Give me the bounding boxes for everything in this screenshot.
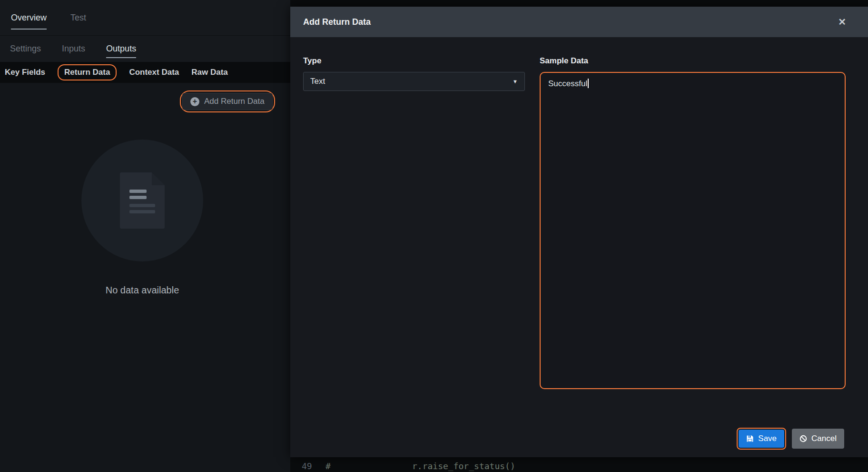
cancel-button[interactable]: Cancel [792,429,844,449]
primary-tab-bar: Overview Test [0,0,290,35]
code-comment-marker: # [326,461,331,471]
highlight-ring-save: Save [737,428,786,450]
text-cursor [588,79,589,88]
sample-data-label: Sample Data [540,56,846,66]
subtab-key-fields[interactable]: Key Fields [5,68,45,77]
chevron-down-icon: ▼ [513,79,518,84]
empty-state-circle [81,140,203,261]
type-select[interactable]: Text ▼ [303,72,525,91]
secondary-tab-bar: Settings Inputs Outputs [0,35,290,62]
app-root: Overview Test Settings Inputs Outputs Ke… [0,0,868,472]
type-label: Type [303,56,525,66]
left-panel: Overview Test Settings Inputs Outputs Ke… [0,0,290,472]
type-field: Type Text ▼ [303,56,525,457]
tab-test[interactable]: Test [70,0,86,35]
code-editor-line: 49 # r.raise_for_status() [290,457,868,472]
add-return-data-label: Add Return Data [204,97,265,106]
save-button[interactable]: Save [739,430,784,448]
empty-state-text: No data available [0,285,285,296]
sample-data-field: Sample Data Successful [540,56,846,457]
tab-inputs[interactable]: Inputs [62,36,85,62]
save-label: Save [758,434,777,443]
highlight-ring-add-button: + Add Return Data [180,90,275,112]
code-text: r.raise_for_status() [412,461,515,471]
floppy-disk-icon [746,435,754,442]
add-return-data-modal: Add Return Data ✕ Type Text ▼ Sample Dat… [290,7,868,457]
modal-footer: Save Cancel [737,428,844,450]
tab-outputs[interactable]: Outputs [106,36,136,62]
sample-data-textarea[interactable]: Successful [540,72,846,389]
code-line-number: 49 [302,461,312,471]
subtab-return-data[interactable]: Return Data [64,68,110,77]
modal-header: Add Return Data ✕ [290,7,868,37]
cancel-icon [799,435,807,442]
tab-settings[interactable]: Settings [10,36,41,62]
document-icon [120,172,165,229]
modal-title: Add Return Data [303,17,371,27]
outputs-subtab-bar: Key Fields Return Data Context Data Raw … [0,62,290,83]
add-return-data-button[interactable]: + Add Return Data [182,93,273,110]
sample-data-value: Successful [548,79,587,88]
plus-icon: + [190,97,199,106]
type-select-value: Text [310,77,325,86]
subtab-context-data[interactable]: Context Data [129,68,179,77]
cancel-label: Cancel [811,434,837,443]
close-icon[interactable]: ✕ [838,17,846,27]
highlight-ring-return-data: Return Data [58,64,117,80]
modal-body: Type Text ▼ Sample Data Successful [290,37,868,457]
tab-overview[interactable]: Overview [11,0,47,35]
outputs-content: + Add Return Data No data available [0,83,290,472]
subtab-raw-data[interactable]: Raw Data [191,68,228,77]
